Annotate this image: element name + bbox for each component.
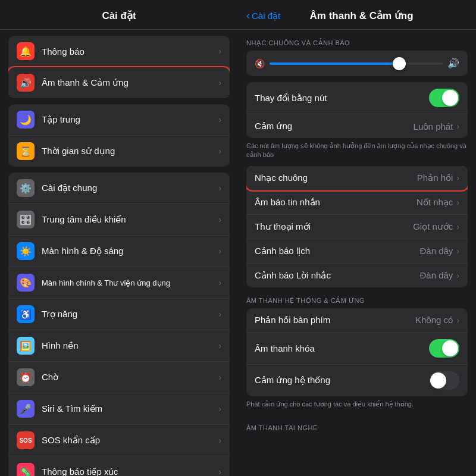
- am-thanh-khoa-toggle-thumb: [442, 340, 458, 356]
- thong-bao-label: Thông báo: [42, 46, 218, 57]
- sidebar-item-thong-bao-tiep-xuc[interactable]: 🦠 Thông báo tiếp xúc ›: [8, 456, 230, 476]
- cho-icon: ⏰: [17, 368, 35, 386]
- canh-bao-lich-label: Cảnh báo lịch: [255, 246, 419, 256]
- tro-nang-icon: ♿: [17, 305, 35, 323]
- cai-dat-chung-label: Cài đặt chung: [42, 183, 218, 193]
- volume-min-icon: 🔇: [255, 59, 265, 68]
- canh-bao-lich-value: Đàn dây: [419, 246, 453, 256]
- thoi-gian-label: Thời gian sử dụng: [42, 146, 218, 156]
- cam-ung-he-thong-toggle[interactable]: [429, 371, 459, 390]
- phan-hoi-ban-phim-label: Phản hồi bàn phím: [255, 315, 415, 325]
- volume-track[interactable]: [270, 62, 443, 65]
- sidebar-item-trung-tam[interactable]: 🎛️ Trung tâm điều khiển ›: [8, 204, 230, 236]
- sos-label: SOS khẩn cấp: [42, 435, 218, 446]
- left-title: Cài đặt: [0, 10, 238, 22]
- thay-doi-bang-nut-label: Thay đổi bằng nút: [255, 93, 429, 104]
- trung-tam-label: Trung tâm điều khiển: [42, 214, 218, 225]
- canh-bao-loi-nhac-chevron: ›: [456, 271, 459, 280]
- volume-max-icon: 🔊: [447, 58, 459, 69]
- sidebar-item-thoi-gian[interactable]: ⏳ Thời gian sử dụng ›: [8, 136, 230, 167]
- cam-ung-he-thong-item[interactable]: Cảm ứng hệ thống: [246, 365, 468, 396]
- am-thanh-khoa-toggle[interactable]: [429, 339, 459, 358]
- sidebar-item-am-thanh[interactable]: 🔊 Âm thanh & Cảm ứng ›: [8, 67, 230, 98]
- note1-text: Các nút âm lượng sẽ không ảnh hưởng đến …: [238, 138, 476, 166]
- section2-label: ÂM THANH HỆ THỐNG & CẢM ỨNG: [238, 287, 476, 308]
- am-thanh-chevron: ›: [218, 78, 221, 87]
- thu-thoai-moi-item[interactable]: Thư thoại mới Giọt nước ›: [246, 215, 468, 239]
- volume-row: 🔇 🔊: [246, 51, 468, 76]
- cam-ung-he-thong-label: Cảm ứng hệ thống: [255, 375, 429, 386]
- am-bao-tin-nhan-label: Âm báo tin nhắn: [255, 197, 416, 208]
- canh-bao-loi-nhac-label: Cảnh báo Lời nhắc: [255, 270, 419, 281]
- sidebar-item-man-hinh-chinh[interactable]: 🎨 Màn hình chính & Thư viện ứng dụng ›: [8, 267, 230, 299]
- am-thanh-icon: 🔊: [17, 74, 35, 92]
- left-scroll: 🔔 Thông báo › 🔊 Âm thanh & Cảm ứng › 🌙 T…: [0, 30, 238, 476]
- right-header: ‹ Cài đặt Âm thanh & Cảm ứng: [238, 0, 476, 30]
- nhac-chuong-chevron: ›: [456, 173, 459, 183]
- nhac-chuong-label: Nhạc chuông: [255, 173, 417, 183]
- sidebar-item-thong-bao[interactable]: 🔔 Thông báo ›: [8, 36, 230, 67]
- canh-bao-loi-nhac-item[interactable]: Cảnh báo Lời nhắc Đàn dây ›: [246, 264, 468, 287]
- system-sound-group: Phản hồi bàn phím Không có › Âm thanh kh…: [246, 308, 468, 396]
- phan-hoi-ban-phim-value: Không có: [415, 315, 453, 325]
- sidebar-item-tap-trung[interactable]: 🌙 Tập trung ›: [8, 104, 230, 136]
- man-hinh-icon: ☀️: [17, 242, 35, 260]
- canh-bao-loi-nhac-value: Đàn dây: [419, 270, 453, 280]
- ringtones-group: Nhạc chuông Phản hồi › Âm báo tin nhắn N…: [246, 166, 468, 287]
- am-thanh-khoa-item[interactable]: Âm thanh khóa: [246, 333, 468, 365]
- note2-text: Phát cảm ứng cho các tương tác và điều k…: [238, 396, 476, 415]
- volume-thumb[interactable]: [393, 57, 406, 70]
- hinh-nen-icon: 🖼️: [17, 337, 35, 355]
- am-thanh-khoa-label: Âm thanh khóa: [255, 343, 429, 353]
- settings-group-1: 🔔 Thông báo › 🔊 Âm thanh & Cảm ứng ›: [8, 36, 230, 98]
- back-button[interactable]: ‹ Cài đặt: [246, 10, 280, 22]
- trung-tam-icon: 🎛️: [17, 211, 35, 228]
- section3-label: ÂM THANH TAI NGHE: [238, 415, 476, 435]
- cam-ung-value: Luôn phát: [414, 121, 453, 131]
- nhac-chuong-item[interactable]: Nhạc chuông Phản hồi ›: [246, 166, 468, 190]
- canh-bao-lich-item[interactable]: Cảnh báo lịch Đàn dây ›: [246, 239, 468, 264]
- thay-doi-toggle[interactable]: [429, 89, 459, 107]
- cam-ung-item[interactable]: Cảm ứng Luôn phát ›: [246, 114, 468, 138]
- am-bao-tin-nhan-chevron: ›: [456, 198, 459, 207]
- volume-fill: [270, 62, 399, 65]
- am-bao-tin-nhan-item[interactable]: Âm báo tin nhắn Nốt nhạc ›: [246, 190, 468, 215]
- toggle-group-1: Thay đổi bằng nút Cảm ứng Luôn phát ›: [246, 82, 468, 138]
- cai-dat-chung-icon: ⚙️: [17, 179, 35, 197]
- cam-ung-label: Cảm ứng: [255, 121, 414, 131]
- thu-thoai-moi-chevron: ›: [456, 222, 459, 231]
- thoi-gian-icon: ⏳: [17, 142, 35, 160]
- tap-trung-icon: 🌙: [17, 111, 35, 129]
- thay-doi-bang-nut-item[interactable]: Thay đổi bằng nút: [246, 82, 468, 114]
- sidebar-item-tro-nang[interactable]: ♿ Trợ năng ›: [8, 299, 230, 330]
- left-panel: Cài đặt 🔔 Thông báo › 🔊 Âm thanh & Cảm ứ…: [0, 0, 238, 476]
- man-hinh-chinh-label: Màn hình chính & Thư viện ứng dụng: [42, 278, 218, 287]
- cam-ung-he-thong-toggle-thumb: [430, 372, 446, 389]
- sidebar-item-siri[interactable]: 🎤 Siri & Tìm kiếm ›: [8, 393, 230, 425]
- thay-doi-toggle-thumb: [442, 90, 458, 106]
- hinh-nen-label: Hình nền: [42, 340, 218, 351]
- am-thanh-label: Âm thanh & Cảm ứng: [42, 77, 218, 88]
- am-bao-tin-nhan-value: Nốt nhạc: [416, 197, 453, 208]
- settings-group-3: ⚙️ Cài đặt chung › 🎛️ Trung tâm điều khi…: [8, 173, 230, 476]
- right-title: Âm thanh & Cảm ứng: [285, 10, 438, 22]
- thong-bao-tiep-xuc-label: Thông báo tiếp xúc: [42, 466, 218, 476]
- phan-hoi-ban-phim-chevron: ›: [456, 315, 459, 325]
- sidebar-item-sos[interactable]: SOS SOS khẩn cấp ›: [8, 425, 230, 456]
- siri-icon: 🎤: [17, 400, 35, 418]
- sidebar-item-man-hinh[interactable]: ☀️ Màn hình & Độ sáng ›: [8, 236, 230, 267]
- sidebar-item-cai-dat-chung[interactable]: ⚙️ Cài đặt chung ›: [8, 173, 230, 204]
- thoi-gian-chevron: ›: [218, 146, 221, 156]
- thong-bao-icon: 🔔: [17, 42, 35, 60]
- sidebar-item-hinh-nen[interactable]: 🖼️ Hình nền ›: [8, 330, 230, 362]
- phan-hoi-ban-phim-item[interactable]: Phản hồi bàn phím Không có ›: [246, 308, 468, 333]
- section1-label: NHẠC CHUÔNG VÀ CẢNH BÁO: [238, 30, 476, 51]
- nhac-chuong-value: Phản hồi: [417, 173, 453, 183]
- man-hinh-label: Màn hình & Độ sáng: [42, 246, 218, 256]
- thong-bao-tiep-xuc-icon: 🦠: [17, 463, 35, 476]
- back-label: Cài đặt: [252, 11, 280, 21]
- sidebar-item-cho[interactable]: ⏰ Chờ ›: [8, 362, 230, 393]
- tap-trung-label: Tập trung: [42, 114, 218, 125]
- cho-label: Chờ: [42, 372, 218, 383]
- man-hinh-chinh-icon: 🎨: [17, 274, 35, 292]
